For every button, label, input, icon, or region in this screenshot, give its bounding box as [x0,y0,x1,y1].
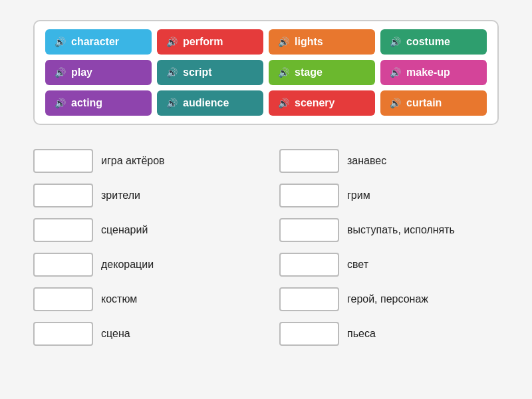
match-box-script-def[interactable] [33,218,93,242]
speaker-icon: 🔊 [166,67,178,78]
match-label-script-def: сценарий [101,223,148,237]
match-box-curtain-def[interactable] [279,149,339,173]
match-row: декорации [33,249,253,281]
match-row: игра актёров [33,145,253,177]
match-row: костюм [33,283,253,315]
word-bank: 🔊character🔊perform🔊lights🔊costume🔊play🔊s… [33,20,499,125]
word-label-costume: costume [406,36,450,48]
word-label-audience: audience [183,97,229,109]
match-box-costume-def[interactable] [33,287,93,311]
match-label-makeup-def: грим [347,189,370,203]
match-box-perform-def[interactable] [279,218,339,242]
word-btn-stage[interactable]: 🔊stage [269,60,375,85]
match-row: занавес [279,145,499,177]
word-label-lights: lights [295,36,323,48]
word-btn-make-up[interactable]: 🔊make-up [380,60,487,85]
match-row: выступать, исполнять [279,214,499,246]
match-column-left: игра актёровзрителисценарийдекорациикост… [33,145,253,350]
match-box-audience-def[interactable] [33,184,93,207]
word-label-script: script [183,66,212,78]
speaker-icon: 🔊 [390,98,401,108]
match-box-play-def[interactable] [279,322,339,346]
speaker-icon: 🔊 [55,37,66,47]
match-area: игра актёровзрителисценарийдекорациикост… [33,145,499,350]
match-label-lights-def: свет [347,258,368,272]
word-btn-costume[interactable]: 🔊costume [380,29,487,55]
match-row: свет [279,249,499,281]
word-btn-perform[interactable]: 🔊perform [157,29,263,55]
match-box-makeup-def[interactable] [279,184,339,207]
word-btn-scenery[interactable]: 🔊scenery [269,90,375,116]
match-row: грим [279,180,499,211]
match-column-right: занавесгримвыступать, исполнятьсветгерой… [279,145,499,350]
speaker-icon: 🔊 [55,67,66,78]
word-label-character: character [71,36,119,48]
word-label-stage: stage [295,66,323,78]
speaker-icon: 🔊 [278,67,289,78]
word-btn-play[interactable]: 🔊play [45,60,152,85]
match-box-scenery-def[interactable] [33,253,93,277]
word-btn-curtain[interactable]: 🔊curtain [380,90,487,116]
word-label-perform: perform [183,36,223,48]
match-label-stage-def: сцена [101,327,130,341]
match-row: зрители [33,180,253,211]
match-label-play-def: пьеса [347,327,376,341]
match-row: сценарий [33,214,253,246]
match-label-perform-def: выступать, исполнять [347,223,455,237]
word-btn-script[interactable]: 🔊script [157,60,263,85]
word-label-acting: acting [71,97,102,109]
match-row: пьеса [279,318,499,350]
match-row: сцена [33,318,253,350]
match-label-character-def: герой, персонаж [347,293,428,307]
match-label-curtain-def: занавес [347,154,386,168]
match-row: герой, персонаж [279,283,499,315]
speaker-icon: 🔊 [278,37,289,47]
speaker-icon: 🔊 [166,98,178,108]
speaker-icon: 🔊 [55,98,66,108]
word-label-curtain: curtain [406,97,442,109]
match-box-acting-def[interactable] [33,149,93,173]
match-label-scenery-def: декорации [101,258,154,272]
speaker-icon: 🔊 [166,37,178,47]
speaker-icon: 🔊 [390,67,401,78]
speaker-icon: 🔊 [278,98,289,108]
word-btn-audience[interactable]: 🔊audience [157,90,263,116]
word-label-make-up: make-up [406,66,450,78]
word-btn-acting[interactable]: 🔊acting [45,90,152,116]
word-btn-lights[interactable]: 🔊lights [269,29,375,55]
match-label-costume-def: костюм [101,293,137,307]
word-label-play: play [71,66,92,78]
word-label-scenery: scenery [295,97,335,109]
match-label-acting-def: игра актёров [101,154,165,168]
match-box-character-def[interactable] [279,287,339,311]
match-box-lights-def[interactable] [279,253,339,277]
match-box-stage-def[interactable] [33,322,93,346]
word-btn-character[interactable]: 🔊character [45,29,152,55]
match-label-audience-def: зрители [101,189,140,203]
speaker-icon: 🔊 [390,37,401,47]
